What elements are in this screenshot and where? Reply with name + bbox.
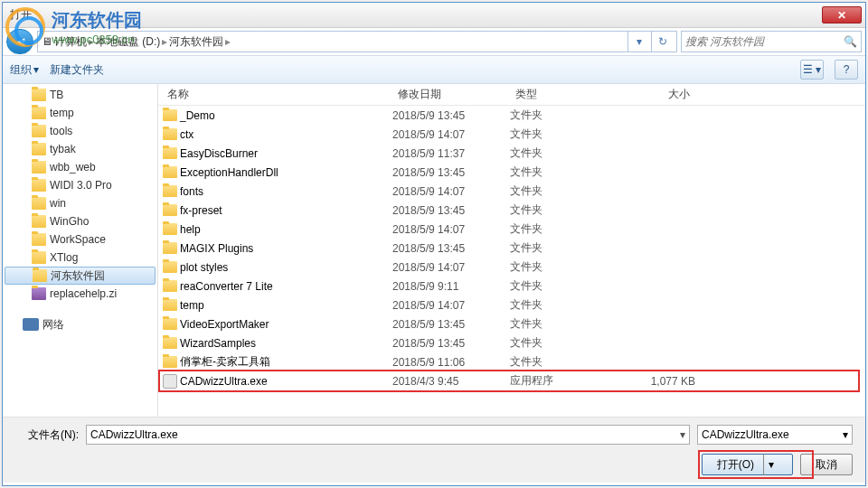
folder-icon bbox=[163, 147, 177, 159]
file-row[interactable]: ExceptionHandlerDll2018/5/9 13:45文件夹 bbox=[158, 163, 865, 182]
folder-icon bbox=[32, 215, 46, 228]
folder-icon bbox=[32, 197, 46, 210]
breadcrumb-computer[interactable]: 🖥 计算机▸ bbox=[42, 34, 94, 50]
chevron-down-icon[interactable]: ▾ bbox=[680, 428, 685, 441]
toolbar-newfolder[interactable]: 新建文件夹 bbox=[50, 62, 104, 78]
file-row[interactable]: CADwizzUltra.exe2018/4/3 9:45应用程序1,077 K… bbox=[158, 371, 865, 390]
sidebar-item[interactable]: 河东软件园 bbox=[5, 267, 156, 285]
folder-icon bbox=[163, 204, 177, 216]
file-row[interactable]: VideoExportMaker2018/5/9 13:45文件夹 bbox=[158, 314, 865, 333]
file-row[interactable]: EasyDiscBurner2018/5/9 11:37文件夹 bbox=[158, 144, 865, 163]
exe-icon bbox=[163, 374, 177, 389]
folder-icon bbox=[163, 318, 177, 330]
folder-icon bbox=[33, 269, 47, 282]
file-row[interactable]: WizardSamples2018/5/9 13:45文件夹 bbox=[158, 333, 865, 352]
col-name[interactable]: 名称 bbox=[162, 87, 392, 102]
sidebar-item[interactable]: TB bbox=[3, 86, 157, 104]
sidebar-item[interactable]: WorkSpace bbox=[3, 230, 157, 249]
filetype-filter[interactable]: CADwizzUltra.exe ▾ bbox=[697, 425, 853, 445]
file-row[interactable]: _Demo2018/5/9 13:45文件夹 bbox=[158, 106, 865, 125]
chevron-down-icon[interactable]: ▾ bbox=[843, 428, 848, 441]
network-icon bbox=[23, 318, 39, 331]
file-row[interactable]: fonts2018/5/9 14:07文件夹 bbox=[158, 182, 865, 201]
folder-icon bbox=[163, 128, 177, 140]
sidebar-item[interactable]: temp bbox=[3, 104, 157, 122]
column-headers[interactable]: 名称 修改日期 类型 大小 bbox=[158, 84, 865, 106]
filename-label: 文件名(N): bbox=[15, 427, 79, 443]
toolbar: 组织 ▾ 新建文件夹 ☰ ▾ ? bbox=[3, 55, 865, 84]
sidebar-tree[interactable]: TBtemptoolstybakwbb_webWIDI 3.0 ProwinWi… bbox=[3, 84, 158, 417]
search-input[interactable] bbox=[685, 35, 844, 48]
folder-icon bbox=[32, 143, 46, 155]
breadcrumb-folder[interactable]: 河东软件园▸ bbox=[169, 34, 231, 50]
open-split-icon[interactable]: ▾ bbox=[763, 454, 778, 475]
file-row[interactable]: fx-preset2018/5/9 13:45文件夹 bbox=[158, 201, 865, 220]
breadcrumb-disk[interactable]: 本地磁盘 (D:)▸ bbox=[96, 34, 167, 50]
sidebar-item[interactable]: tybak bbox=[3, 140, 157, 158]
file-row[interactable]: 俏掌柜-卖家工具箱2018/5/9 11:06文件夹 bbox=[158, 352, 865, 371]
sidebar-item[interactable]: tools bbox=[3, 122, 157, 140]
bottom-panel: 文件名(N): CADwizzUltra.exe ▾ CADwizzUltra.… bbox=[3, 417, 865, 483]
folder-icon bbox=[32, 161, 46, 174]
folder-icon bbox=[163, 356, 177, 368]
folder-icon bbox=[163, 337, 177, 349]
folder-icon bbox=[32, 125, 46, 137]
open-button[interactable]: 打开(O) ▾ bbox=[702, 454, 793, 475]
search-box[interactable]: 🔍 bbox=[681, 31, 862, 52]
folder-icon bbox=[163, 166, 177, 178]
filename-combo[interactable]: CADwizzUltra.exe ▾ bbox=[86, 425, 690, 445]
folder-icon bbox=[32, 233, 46, 246]
window-title: 打开 bbox=[6, 7, 822, 23]
folder-icon bbox=[32, 287, 46, 300]
open-dialog: 打开 ✕ ◀ 🖥 计算机▸ 本地磁盘 (D:)▸ 河东软件园▸ ▾ ↻ 🔍 组织… bbox=[2, 2, 866, 486]
filename-value: CADwizzUltra.exe bbox=[90, 428, 178, 441]
sidebar-item[interactable]: wbb_web bbox=[3, 158, 157, 176]
folder-icon bbox=[163, 299, 177, 311]
file-row[interactable]: ctx2018/5/9 14:07文件夹 bbox=[158, 125, 865, 144]
folder-icon bbox=[32, 251, 46, 264]
folder-icon bbox=[163, 261, 177, 273]
file-row[interactable]: MAGIX Plugins2018/5/9 13:45文件夹 bbox=[158, 239, 865, 258]
file-row[interactable]: plot styles2018/5/9 14:07文件夹 bbox=[158, 258, 865, 277]
file-list: 名称 修改日期 类型 大小 _Demo2018/5/9 13:45文件夹ctx2… bbox=[158, 84, 865, 417]
folder-icon bbox=[32, 107, 46, 119]
folder-icon bbox=[163, 185, 177, 197]
breadcrumb[interactable]: 🖥 计算机▸ 本地磁盘 (D:)▸ 河东软件园▸ ▾ ↻ bbox=[37, 31, 677, 52]
col-size[interactable]: 大小 bbox=[605, 87, 695, 102]
filter-value: CADwizzUltra.exe bbox=[702, 428, 789, 441]
dropdown-icon[interactable]: ▾ bbox=[627, 31, 649, 52]
folder-icon bbox=[163, 242, 177, 254]
help-button[interactable]: ? bbox=[835, 60, 858, 80]
sidebar-item[interactable]: WinGho bbox=[3, 212, 157, 230]
sidebar-item[interactable]: win bbox=[3, 194, 157, 212]
folder-icon bbox=[163, 223, 177, 235]
search-icon[interactable]: 🔍 bbox=[844, 35, 857, 48]
nav-back-button[interactable]: ◀ bbox=[6, 29, 33, 54]
refresh-icon[interactable]: ↻ bbox=[651, 31, 673, 52]
navbar: ◀ 🖥 计算机▸ 本地磁盘 (D:)▸ 河东软件园▸ ▾ ↻ 🔍 bbox=[3, 28, 865, 55]
file-row[interactable]: temp2018/5/9 14:07文件夹 bbox=[158, 296, 865, 314]
file-row[interactable]: help2018/5/9 14:07文件夹 bbox=[158, 220, 865, 239]
col-date[interactable]: 修改日期 bbox=[392, 87, 510, 102]
sidebar-item[interactable]: replacehelp.zi bbox=[3, 285, 157, 303]
col-type[interactable]: 类型 bbox=[510, 87, 605, 102]
file-row[interactable]: reaConverter 7 Lite2018/5/9 9:11文件夹 bbox=[158, 277, 865, 296]
view-mode-button[interactable]: ☰ ▾ bbox=[800, 60, 824, 80]
folder-icon bbox=[32, 179, 46, 192]
titlebar: 打开 ✕ bbox=[3, 3, 865, 28]
folder-icon bbox=[32, 89, 46, 101]
sidebar-item[interactable]: WIDI 3.0 Pro bbox=[3, 176, 157, 194]
close-button[interactable]: ✕ bbox=[822, 6, 862, 23]
sidebar-network[interactable]: 网络 bbox=[3, 315, 157, 333]
toolbar-organize[interactable]: 组织 ▾ bbox=[10, 62, 39, 78]
folder-icon bbox=[163, 280, 177, 292]
sidebar-item[interactable]: XTlog bbox=[3, 249, 157, 267]
cancel-button[interactable]: 取消 bbox=[800, 454, 853, 475]
folder-icon bbox=[163, 109, 177, 121]
